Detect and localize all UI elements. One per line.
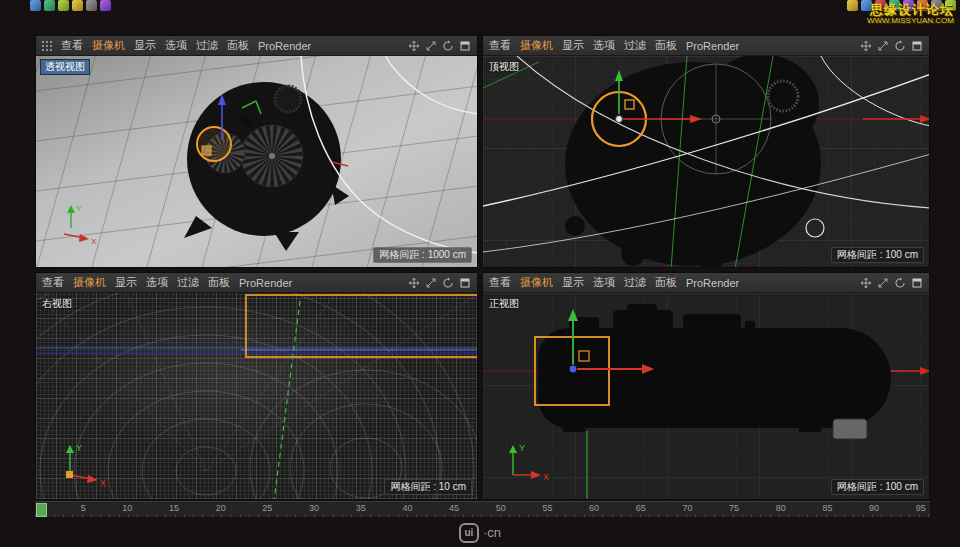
menu-item-prorender[interactable]: ProRender [239,277,292,289]
camera-model[interactable] [184,82,349,251]
c4d-application-window: 思缘设计论坛 WWW.MISSYUAN.COM 查看 摄像机 显示 选项 过滤 … [0,0,960,547]
footer-bar: ui ·cn [0,518,960,547]
ui-cn-logo-text: ·cn [483,525,501,540]
viewport-controls [860,277,923,289]
toolbar-icon[interactable] [30,0,41,11]
viewport-menubar: 查看 摄像机 显示 选项 过滤 面板 ProRender [483,36,929,56]
timeline-tick: 10 [122,503,132,513]
menu-item-display[interactable]: 显示 [134,38,156,53]
timeline-tick: 85 [822,503,832,513]
rotate-view-icon[interactable] [894,40,906,52]
viewport-canvas-perspective[interactable]: Y X 透视视图 网格间距 : 1000 cm [36,56,477,267]
viewport-controls [408,277,471,289]
menu-item-view[interactable]: 查看 [42,275,64,290]
toolbar-icon[interactable] [72,0,83,11]
viewport-canvas-front[interactable]: Y X 正视图 网格间距 : 100 cm [483,293,929,499]
viewport-label[interactable]: 正视图 [489,297,519,311]
menu-item-cameras[interactable]: 摄像机 [92,38,125,53]
toolbar-icons-left [30,0,111,11]
timeline-tick: 95 [916,503,926,513]
maximize-view-icon[interactable] [911,277,923,289]
menu-item-view[interactable]: 查看 [489,275,511,290]
timeline-tick: 80 [776,503,786,513]
axis-indicator: Y X [64,204,97,246]
toolbar-icon[interactable] [100,0,111,11]
zoom-view-icon[interactable] [877,40,889,52]
pan-view-icon[interactable] [860,40,872,52]
viewport-front: 查看 摄像机 显示 选项 过滤 面板 ProRender [482,272,930,500]
pan-view-icon[interactable] [408,40,420,52]
menu-item-options[interactable]: 选项 [593,38,615,53]
zoom-view-icon[interactable] [877,277,889,289]
scene-perspective[interactable]: Y X [36,56,477,267]
watermark-site-name: 思缘设计论坛 [867,3,954,17]
timeline-tick: 45 [449,503,459,513]
menu-item-options[interactable]: 选项 [146,275,168,290]
menu-item-filter[interactable]: 过滤 [177,275,199,290]
maximize-view-icon[interactable] [911,40,923,52]
viewport-label[interactable]: 透视视图 [40,59,90,75]
toolbar-icon[interactable] [847,0,858,11]
viewport-right: 查看 摄像机 显示 选项 过滤 面板 ProRender [35,272,478,500]
menu-item-cameras[interactable]: 摄像机 [520,38,553,53]
scene-right[interactable]: Y X [36,293,477,499]
viewport-label[interactable]: 顶视图 [489,60,519,74]
timeline-ticks: 0 5 10 15 20 25 30 35 40 45 50 55 60 65 … [35,502,930,513]
rotate-view-icon[interactable] [442,40,454,52]
timeline-tick: 20 [216,503,226,513]
toolbar-icon[interactable] [44,0,55,11]
menu-item-display[interactable]: 显示 [115,275,137,290]
scene-top[interactable] [483,56,929,267]
rotate-view-icon[interactable] [442,277,454,289]
menu-item-options[interactable]: 选项 [165,38,187,53]
menu-item-view[interactable]: 查看 [61,38,83,53]
grid-spacing-label: 网格间距 : 1000 cm [373,247,472,263]
grid-spacing-label: 网格间距 : 10 cm [384,479,472,495]
menu-item-cameras[interactable]: 摄像机 [73,275,106,290]
menu-item-display[interactable]: 显示 [562,275,584,290]
menu-item-filter[interactable]: 过滤 [196,38,218,53]
timeline-tick: 35 [356,503,366,513]
y-axis-label: Y [76,443,82,453]
menu-item-display[interactable]: 显示 [562,38,584,53]
timeline-tick: 55 [542,503,552,513]
timeline-tick: 60 [589,503,599,513]
menu-item-panel[interactable]: 面板 [655,275,677,290]
menu-item-view[interactable]: 查看 [489,38,511,53]
current-frame-marker[interactable] [36,503,47,517]
menu-item-prorender[interactable]: ProRender [686,277,739,289]
viewport-menu-grip-icon[interactable] [42,41,52,51]
menu-item-panel[interactable]: 面板 [208,275,230,290]
viewport-menubar: 查看 摄像机 显示 选项 过滤 面板 ProRender [36,273,477,293]
toolbar-icon[interactable] [86,0,97,11]
menu-item-options[interactable]: 选项 [593,275,615,290]
timeline-tick: 5 [81,503,86,513]
pan-view-icon[interactable] [408,277,420,289]
x-axis-label: X [91,237,97,246]
viewport-label[interactable]: 右视图 [42,297,72,311]
green-guide-line [274,301,300,499]
menu-item-panel[interactable]: 面板 [227,38,249,53]
menu-item-prorender[interactable]: ProRender [258,40,311,52]
zoom-view-icon[interactable] [425,277,437,289]
viewport-canvas-right[interactable]: Y X 右视图 网格间距 : 10 cm [36,293,477,499]
menu-item-panel[interactable]: 面板 [655,38,677,53]
maximize-view-icon[interactable] [459,40,471,52]
menu-item-filter[interactable]: 过滤 [624,275,646,290]
edge-selection-lines [36,348,477,353]
rotate-view-icon[interactable] [894,277,906,289]
zoom-view-icon[interactable] [425,40,437,52]
toolbar-icon[interactable] [58,0,69,11]
maximize-view-icon[interactable] [459,277,471,289]
menu-item-cameras[interactable]: 摄像机 [520,275,553,290]
menu-item-prorender[interactable]: ProRender [686,40,739,52]
menu-item-filter[interactable]: 过滤 [624,38,646,53]
timeline-ruler[interactable]: 0 5 10 15 20 25 30 35 40 45 50 55 60 65 … [35,501,930,517]
watermark: 思缘设计论坛 WWW.MISSYUAN.COM [867,3,954,25]
ui-cn-logo-icon: ui [459,523,479,543]
timeline-tick: 75 [729,503,739,513]
timeline-tick: 15 [169,503,179,513]
viewport-canvas-top[interactable]: 顶视图 网格间距 : 100 cm [483,56,929,267]
scene-front[interactable]: Y X [483,293,929,499]
pan-view-icon[interactable] [860,277,872,289]
